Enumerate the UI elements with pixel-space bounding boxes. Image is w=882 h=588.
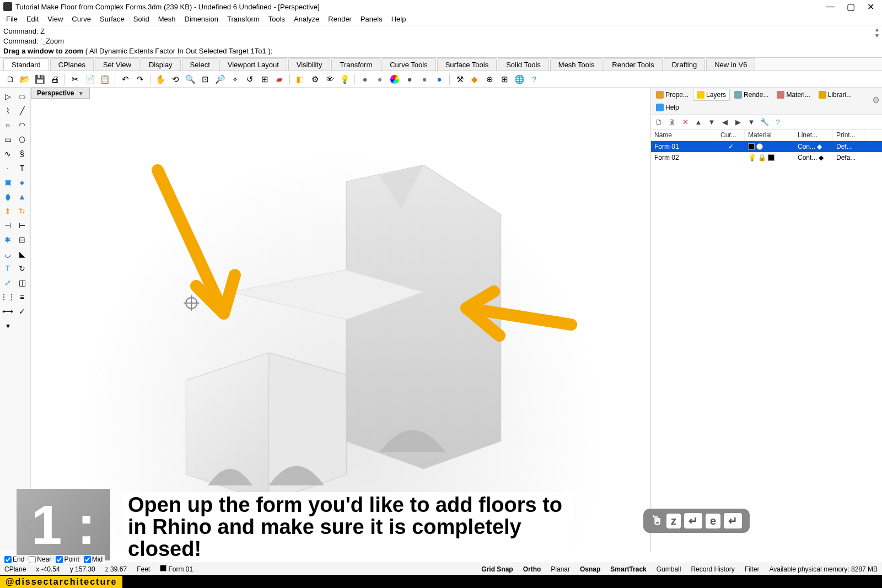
point-icon[interactable]: ·	[1, 161, 14, 175]
layer-header-name[interactable]: Name	[651, 130, 717, 141]
explode-icon[interactable]: ✱	[1, 233, 14, 246]
panel-tab-librari[interactable]: Librari...	[815, 89, 856, 101]
menu-panels[interactable]: Panels	[357, 14, 386, 24]
options-icon[interactable]: ⚒	[453, 73, 466, 86]
new-icon[interactable]: 🗋	[3, 73, 17, 86]
osnap-bar[interactable]: End Near Point Mid	[2, 555, 105, 564]
tab-solid-tools[interactable]: Solid Tools	[498, 58, 549, 71]
layer-name[interactable]: Form 01	[651, 142, 717, 152]
rect-icon[interactable]: ▭	[1, 133, 14, 146]
menu-analyze[interactable]: Analyze	[290, 14, 323, 24]
cone-icon[interactable]: ▲	[15, 190, 29, 203]
revolve-icon[interactable]: ↻	[15, 204, 29, 218]
tab-select[interactable]: Select	[182, 58, 218, 71]
shade2-icon[interactable]: ●	[418, 73, 431, 86]
chevron-down-icon[interactable]: ▼	[78, 90, 84, 96]
tab-display[interactable]: Display	[141, 58, 181, 71]
extrude-icon[interactable]: ⬆	[1, 204, 14, 218]
close-button[interactable]: ✕	[867, 2, 874, 12]
redo-icon[interactable]: ↷	[133, 73, 147, 86]
trim-icon[interactable]: ⊣	[1, 219, 14, 232]
scale-icon[interactable]: ⤢	[1, 276, 14, 289]
tool3-icon[interactable]: ⊞	[498, 73, 511, 86]
show-icon[interactable]: 👁	[323, 73, 336, 86]
layer-header-current[interactable]: Cur...	[717, 130, 745, 141]
check-icon[interactable]: ✓	[15, 305, 29, 318]
menu-tools[interactable]: Tools	[265, 14, 289, 24]
join-icon[interactable]: ⊢	[15, 219, 29, 232]
menu-dimension[interactable]: Dimension	[181, 14, 222, 24]
hide-icon[interactable]: 💡	[338, 73, 351, 86]
zoom-selected-icon[interactable]: ⌖	[228, 73, 241, 86]
viewport-render[interactable]	[31, 99, 650, 552]
command-scroll[interactable]: ▲▼	[874, 26, 880, 39]
cut-icon[interactable]: ✂	[68, 73, 82, 86]
next-icon[interactable]: ▶	[733, 117, 744, 128]
cylinder-icon[interactable]: ⬮	[1, 190, 14, 203]
4view-icon[interactable]: ⊞	[258, 73, 271, 86]
help-layer-icon[interactable]: ?	[772, 117, 783, 128]
tab-transform[interactable]: Transform	[331, 58, 380, 71]
maximize-button[interactable]: ▢	[847, 2, 855, 12]
shade-icon[interactable]: ●	[403, 73, 416, 86]
command-area[interactable]: Command: Z Command: '_Zoom Drag a window…	[0, 25, 882, 58]
polygon-icon[interactable]: ⬠	[15, 133, 29, 146]
copy-icon[interactable]: 📄	[83, 73, 96, 86]
command-options[interactable]: ( All Dynamic Extents Factor In Out Sele…	[85, 47, 273, 55]
new-layer-icon[interactable]: 🗋	[653, 117, 664, 128]
open-icon[interactable]: 📂	[18, 73, 31, 86]
layer-name[interactable]: Form 02	[651, 153, 717, 163]
chamfer-icon[interactable]: ◣	[15, 247, 29, 261]
print-icon[interactable]: 🖨	[48, 73, 61, 86]
down-icon[interactable]: ▼	[706, 117, 717, 128]
layer-header-print[interactable]: Print...	[833, 130, 866, 141]
curve-icon[interactable]: ∿	[1, 147, 14, 160]
viewport-tab-perspective[interactable]: Perspective ▼	[31, 88, 90, 99]
tools-layer-icon[interactable]: 🔧	[759, 117, 770, 128]
tab-drafting[interactable]: Drafting	[664, 58, 706, 71]
menu-render[interactable]: Render	[324, 14, 356, 24]
status-units[interactable]: Feet	[137, 565, 150, 573]
undo-icon[interactable]: ↶	[119, 73, 132, 86]
mirror-icon[interactable]: ◫	[15, 276, 29, 289]
layer-linetype[interactable]: Con... ◆	[794, 142, 833, 152]
group-icon[interactable]: ⊡	[15, 233, 29, 246]
tab-surface-tools[interactable]: Surface Tools	[437, 58, 497, 71]
layer-row[interactable]: Form 01✓Con... ◆Def...	[651, 141, 882, 152]
status-filter[interactable]: Filter	[745, 565, 760, 573]
move-icon[interactable]: T	[1, 262, 14, 275]
minimize-button[interactable]: —	[826, 2, 835, 12]
menu-file[interactable]: File	[2, 14, 21, 24]
layer-header-linetype[interactable]: Linet...	[794, 130, 833, 141]
layer-header-material[interactable]: Material	[745, 130, 794, 141]
cplane-icon[interactable]: ▰	[273, 73, 286, 86]
osnap-mid[interactable]: Mid	[84, 555, 103, 563]
menu-surface[interactable]: Surface	[96, 14, 128, 24]
layer-icon[interactable]: ◧	[293, 73, 306, 86]
status-record[interactable]: Record History	[691, 565, 734, 573]
tab-standard[interactable]: Standard	[3, 58, 49, 71]
polyline-icon[interactable]: ⌇	[1, 104, 14, 117]
osnap-end[interactable]: End	[4, 555, 24, 563]
panel-tab-rende[interactable]: Rende...	[730, 89, 772, 101]
lasso-icon[interactable]: ⬭	[15, 90, 29, 103]
viewport[interactable]: Perspective ▼	[31, 88, 650, 552]
tab-viewport-layout[interactable]: Viewport Layout	[219, 58, 287, 71]
status-gridsnap[interactable]: Grid Snap	[481, 565, 513, 573]
sphere-tool-icon[interactable]: ●	[15, 176, 29, 189]
rotate-icon[interactable]: ↻	[15, 262, 29, 275]
up-icon[interactable]: ▲	[693, 117, 704, 128]
pan-icon[interactable]: ✋	[154, 73, 167, 86]
tab-new-in-v6[interactable]: New in V6	[706, 58, 755, 71]
fillet-icon[interactable]: ◡	[1, 247, 14, 261]
status-osnap[interactable]: Osnap	[580, 565, 600, 573]
menu-solid[interactable]: Solid	[130, 14, 153, 24]
tool2-icon[interactable]: ⊕	[483, 73, 496, 86]
help-icon[interactable]: ?	[528, 73, 541, 86]
line-icon[interactable]: ╱	[15, 104, 29, 117]
layer-material[interactable]	[745, 142, 794, 151]
osnap-near[interactable]: Near	[29, 555, 51, 563]
status-smarttrack[interactable]: SmartTrack	[610, 565, 646, 573]
array-icon[interactable]: ⋮⋮	[1, 290, 14, 304]
new-sublayer-icon[interactable]: 🗎	[666, 117, 677, 128]
